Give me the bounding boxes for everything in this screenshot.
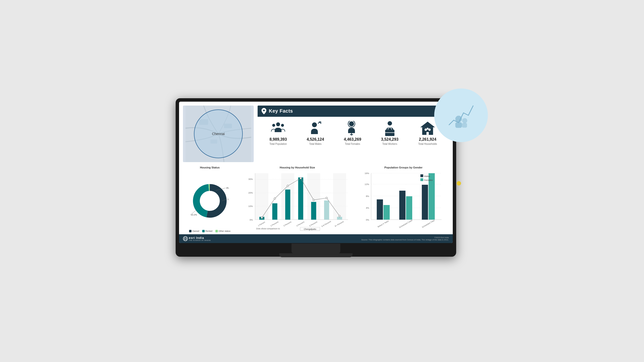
outer-wrapper: Chennai Key Facts (176, 98, 468, 264)
stat-total-households: 2,261,924 Total Households (418, 121, 437, 160)
monitor-bottom (179, 244, 453, 257)
svg-text:30%: 30% (248, 178, 253, 180)
svg-point-2 (462, 118, 467, 123)
footer-source: ©2023 Esri India Source: This infographi… (361, 236, 449, 241)
svg-rect-52 (272, 203, 277, 220)
stat-population-label: Total Population (270, 143, 287, 145)
household-size-chart: Housing by Household Size 0% (240, 166, 355, 232)
svg-rect-56 (324, 200, 329, 220)
svg-point-63 (326, 197, 327, 199)
svg-text:Dots show comparison to: Dots show comparison to (256, 227, 280, 230)
svg-text:Females: Females (424, 179, 433, 181)
svg-text:Scheduled Caste: Scheduled Caste (398, 219, 413, 228)
svg-text:53.2%: 53.2% (191, 214, 197, 216)
group-icon (270, 121, 286, 136)
key-facts-panel: Key Facts (258, 106, 449, 162)
female-icon (345, 121, 360, 136)
svg-rect-87 (377, 199, 383, 219)
svg-text:6-8 Persons: 6-8 Persons (321, 220, 332, 227)
population-groups-svg: 0% 4% 8% 12% 16% (358, 170, 449, 232)
population-groups-chart: Population Groups by Gender (358, 166, 449, 232)
other-color (216, 230, 218, 232)
svg-point-8 (276, 122, 280, 126)
svg-point-0 (456, 116, 462, 122)
svg-text:Males: Males (424, 175, 430, 177)
svg-rect-1 (456, 123, 462, 127)
footer-copyright: ©2023 Esri India (361, 236, 449, 239)
svg-text:10%: 10% (248, 205, 253, 207)
rented-label: Rented (206, 230, 212, 232)
svg-text:12%: 12% (365, 183, 369, 186)
svg-text:8%: 8% (366, 195, 369, 197)
svg-rect-96 (420, 174, 423, 177)
svg-text:45.4%: 45.4% (226, 187, 229, 189)
svg-point-9 (272, 124, 275, 127)
svg-text:1 Person: 1 Person (258, 221, 266, 227)
stat-females-number: 4,463,269 (344, 137, 361, 142)
svg-rect-53 (285, 189, 290, 220)
screen-content: Chennai Key Facts (179, 102, 453, 243)
stat-population-number: 8,989,393 (270, 137, 287, 142)
svg-text:9+ Persons: 9+ Persons (334, 220, 344, 227)
worker-icon (382, 121, 398, 136)
stat-households-label: Total Households (418, 143, 437, 145)
stat-households-number: 2,261,924 (419, 137, 436, 142)
svg-rect-47 (256, 173, 268, 220)
svg-rect-57 (337, 217, 342, 220)
svg-text:Chengalpattu: Chengalpattu (304, 228, 316, 230)
svg-text:4%: 4% (366, 207, 369, 209)
owned-color (189, 230, 192, 232)
donut-wrapper: 45.4% 1.4% 53.2% (183, 170, 236, 232)
svg-text:4 Persons: 4 Persons (296, 221, 305, 227)
rented-color (202, 230, 205, 232)
svg-rect-3 (462, 123, 467, 127)
male-icon (308, 121, 323, 136)
svg-rect-88 (384, 205, 390, 220)
legend-owned: Owned (189, 230, 199, 232)
household-size-svg: 0% 10% 20% 30% (240, 170, 355, 232)
svg-point-59 (274, 197, 276, 199)
other-label: Other status (218, 230, 230, 232)
monitor-screen: Chennai Key Facts (179, 102, 453, 243)
svg-text:1.4%: 1.4% (227, 198, 229, 200)
housing-legend: Owned Rented Other status (189, 230, 230, 232)
monitor-stand (292, 244, 340, 253)
stat-total-workers: 3,524,293 Total Workers (381, 121, 398, 160)
svg-point-64 (339, 215, 340, 217)
map-city-label: Chennai (212, 132, 225, 136)
svg-rect-50 (333, 173, 346, 220)
svg-point-30 (200, 192, 219, 210)
svg-point-17 (349, 121, 354, 126)
monitor-base (279, 253, 352, 257)
map-circle: Chennai (194, 109, 243, 158)
monitor-frame: Chennai Key Facts (176, 98, 456, 257)
donut-svg-container: 45.4% 1.4% 53.2% (183, 170, 236, 229)
stat-males-number: 4,526,124 (307, 137, 324, 142)
svg-text:0%: 0% (250, 218, 253, 221)
svg-point-24 (428, 128, 431, 131)
svg-text:Below 6 Years: Below 6 Years (377, 220, 389, 228)
donut-svg: 45.4% 1.4% 53.2% (190, 178, 229, 222)
footer-logo-text: esri India (189, 236, 211, 240)
svg-rect-91 (422, 185, 428, 219)
svg-point-10 (281, 124, 284, 127)
housing-status-chart: Housing Status (183, 166, 236, 232)
key-facts-header: Key Facts (258, 106, 449, 117)
svg-text:16%: 16% (365, 172, 369, 175)
stat-workers-label: Total Workers (382, 143, 397, 145)
stat-total-males: 4,526,124 Total Males (307, 121, 324, 160)
key-facts-title: Key Facts (269, 108, 293, 114)
charts-section: Housing Status (179, 166, 453, 234)
svg-point-11 (312, 122, 317, 127)
stat-total-females: 4,463,269 Total Females (344, 121, 361, 160)
stat-workers-number: 3,524,293 (381, 137, 398, 142)
svg-point-23 (424, 128, 427, 131)
legend-other: Other status (216, 230, 230, 232)
owned-label: Owned (192, 230, 199, 232)
svg-rect-26 (426, 132, 429, 135)
deco-dot (457, 181, 461, 186)
location-pin-icon (262, 108, 266, 114)
key-facts-stats: 8,989,393 Total Population (258, 117, 449, 162)
globe-icon (183, 236, 188, 241)
svg-text:2 Persons: 2 Persons (270, 221, 279, 227)
